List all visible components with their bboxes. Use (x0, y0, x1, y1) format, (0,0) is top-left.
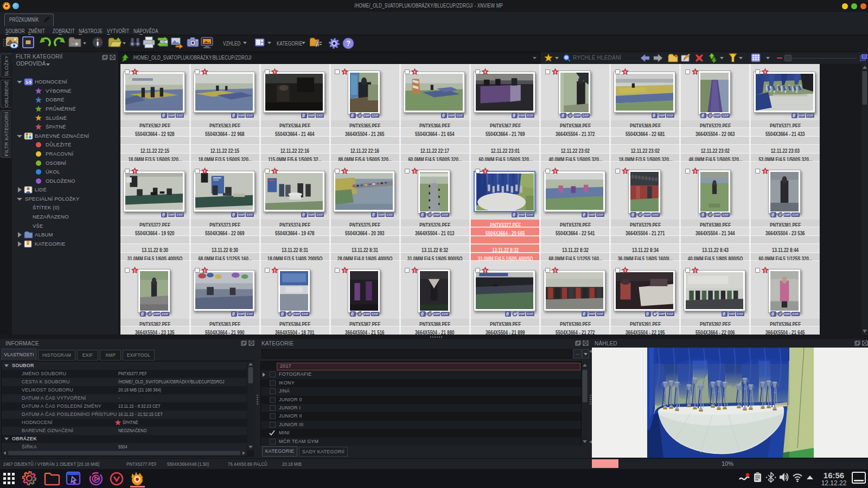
svg-text:1-5: 1-5 (25, 80, 31, 84)
